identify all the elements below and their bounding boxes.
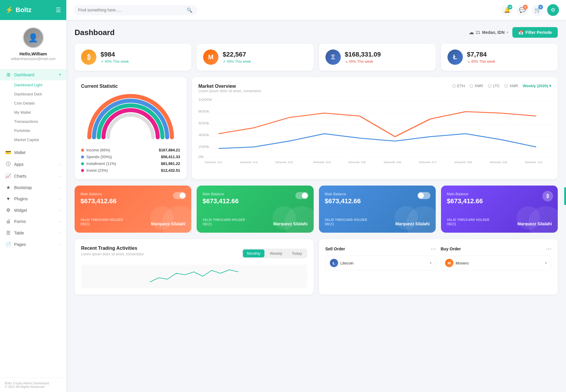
trading-title: Recent Trading Activities xyxy=(81,246,144,251)
crypto-cards-row: ₿ $984 ↗ 45% This week M $22,567 ↗ 45% xyxy=(75,44,558,71)
search-input[interactable] xyxy=(78,8,184,12)
location-chevron: ▾ xyxy=(506,30,508,34)
balance-cards-row: Main Balance $673,412.66 VALID THRUCARD … xyxy=(75,186,558,233)
sidebar-item-market-capital[interactable]: Market Capital xyxy=(0,135,66,144)
sell-order-dots[interactable]: ⋯ xyxy=(431,246,436,252)
balance-toggle-green[interactable] xyxy=(295,192,308,199)
weather-temp: 21 xyxy=(476,30,481,35)
market-header: Market Overview Lorem ipsum dolor sit am… xyxy=(198,84,551,93)
cart-button[interactable]: 🛒 2 xyxy=(532,4,544,16)
sidebar-item-charts[interactable]: 📈 Charts › xyxy=(0,170,66,182)
sell-chevron-icon: ▾ xyxy=(430,261,432,265)
svg-text:Week 06: Week 06 xyxy=(384,161,401,164)
sell-coin-select[interactable]: Ł Litecoin ▾ xyxy=(325,256,436,270)
sidebar-item-forms[interactable]: 🖨 Forms › xyxy=(0,216,66,227)
sidebar-item-dashboard[interactable]: ⊞ Dashboard ▾ xyxy=(0,69,66,80)
nav-section-dashboard: ⊞ Dashboard ▾ Dashboard Light Dashboard … xyxy=(0,68,66,145)
sidebar-item-portofolio[interactable]: Portofolio xyxy=(0,126,66,135)
messages-button[interactable]: 💬 5 xyxy=(516,4,528,16)
filter-eth[interactable]: ETH xyxy=(452,84,465,88)
litecoin-select-icon: Ł xyxy=(330,259,338,267)
balance-label-purple: Main Balance xyxy=(447,192,552,196)
search-bar[interactable]: 🔍 xyxy=(73,5,197,15)
sidebar-item-wallet[interactable]: 💳 Wallet xyxy=(0,147,66,158)
market-period-selector[interactable]: Weekly (2020) ▾ xyxy=(523,84,551,88)
balance-date-blue: 08/21 xyxy=(325,222,335,226)
installment-value: $81,981.22 xyxy=(161,161,180,166)
buy-order-dots[interactable]: ⋯ xyxy=(546,246,551,252)
sell-order-section: Sell Order ⋯ Ł Litecoin ▾ xyxy=(325,246,436,288)
balance-name-blue: Marquezz Silalahi xyxy=(395,221,430,226)
balance-date-purple: 08/21 xyxy=(447,222,457,226)
search-icon: 🔍 xyxy=(187,7,192,13)
sidebar-item-plugins[interactable]: ♥ Plugins › xyxy=(0,193,66,204)
sidebar-item-apps[interactable]: ⓘ Apps › xyxy=(0,158,66,170)
installment-label: Installment (11%) xyxy=(86,161,116,166)
sidebar-charts-label: Charts xyxy=(14,174,26,178)
svg-text:Week 04: Week 04 xyxy=(313,161,331,164)
spends-label: Spends (50%)) xyxy=(86,155,112,159)
sidebar-item-bootstrap[interactable]: ★ Bootstrap › xyxy=(0,182,66,193)
filter-xmr[interactable]: XMR xyxy=(470,84,483,88)
apps-icon: ⓘ xyxy=(5,161,11,167)
tab-monthly[interactable]: Monthly xyxy=(243,249,265,257)
page-content: Dashboard ☁ 21 Medan, IDN ▾ 📅 Filter Per… xyxy=(66,20,566,392)
spends-dot xyxy=(81,156,84,158)
buy-coin-select[interactable]: M Monero ▾ xyxy=(441,256,551,270)
period-label: Weekly (2020) xyxy=(523,84,548,88)
balance-toggle-blue[interactable] xyxy=(417,192,430,199)
sidebar-widget-label: Widget xyxy=(14,208,27,213)
balance-date-green: 08/21 xyxy=(203,222,212,226)
bitcoin-icon: ₿ xyxy=(81,49,96,65)
litecoin-change-pct: 45% xyxy=(471,59,478,64)
tab-weekly[interactable]: Weekly xyxy=(266,249,286,257)
notifications-button[interactable]: 🔔 12 xyxy=(501,4,513,16)
market-subtitle: Lorem ipsum dolor sit amet, consectetur xyxy=(198,89,261,93)
buy-order-title: Buy Order xyxy=(441,247,461,251)
balance-toggle-orange[interactable] xyxy=(173,192,186,199)
scroll-indicator xyxy=(564,187,566,205)
svg-text:Week 07: Week 07 xyxy=(419,161,437,164)
sidebar-item-label: Dashboard xyxy=(14,72,34,77)
sidebar-item-dashboard-light[interactable]: Dashboard Light xyxy=(0,80,66,90)
svg-text:Week 02: Week 02 xyxy=(240,161,258,164)
sidebar-item-pages[interactable]: 📄 Pages › xyxy=(0,239,66,250)
trading-chart-placeholder xyxy=(81,264,307,288)
ethereum-price: $168,331.09 xyxy=(345,51,381,58)
sidebar-item-widget[interactable]: ⚙ Widget › xyxy=(0,204,66,216)
filter-xmr2[interactable]: XMR xyxy=(504,84,518,88)
sidebar-apps-label: Apps xyxy=(14,162,24,167)
monero-select-icon: M xyxy=(445,259,453,267)
recent-trading-card: Recent Trading Activities Lorem ipsum do… xyxy=(75,239,314,295)
sidebar-item-coin-details[interactable]: Coin Details xyxy=(0,99,66,108)
svg-text:1000k: 1000k xyxy=(198,98,213,101)
sidebar-item-my-wallet[interactable]: My Wallet xyxy=(0,108,66,117)
filter-periode-button[interactable]: 📅 Filter Periode xyxy=(512,27,558,38)
tab-today[interactable]: Today xyxy=(288,249,306,257)
litecoin-icon: Ł xyxy=(447,49,463,65)
balance-card-blue: Main Balance $673,412.66 VALID THRUCARD … xyxy=(319,186,436,233)
bitcoin-period: This week xyxy=(113,59,129,64)
arrow-down-icon2: ↘ xyxy=(467,59,470,64)
filter-ltc[interactable]: LTC xyxy=(488,84,500,88)
sidebar-plugins-label: Plugins xyxy=(14,196,28,201)
main-area: 🔍 🔔 12 💬 5 🛒 2 ⚙ Dashboard xyxy=(66,0,566,392)
radio-xmr xyxy=(470,84,473,88)
svg-text:Week 10: Week 10 xyxy=(525,161,542,164)
bitcoin-change: ↗ 45% This week xyxy=(101,59,129,64)
sidebar-item-dashboard-dark[interactable]: Dashboard Dark xyxy=(0,90,66,99)
chevron-right-icon8: › xyxy=(60,243,61,246)
sidebar-item-table[interactable]: ☰ Table › xyxy=(0,227,66,239)
settings-button[interactable]: ⚙ xyxy=(547,4,559,16)
svg-text:200k: 200k xyxy=(198,145,210,148)
plugins-icon: ♥ xyxy=(5,196,11,201)
hamburger-icon[interactable]: ☰ xyxy=(56,6,61,14)
bitcoin-change-pct: 45% xyxy=(105,59,112,64)
sidebar-item-transactions[interactable]: Tranasactions xyxy=(0,117,66,126)
market-filters: ETH XMR LTC xyxy=(452,84,518,88)
user-profile: 👤 Hello,William williamfrancisson@mail.c… xyxy=(0,20,66,66)
sidebar-header: ⚡ Boltz ☰ xyxy=(0,0,66,20)
avatar-image: 👤 xyxy=(24,28,43,47)
widget-icon: ⚙ xyxy=(5,207,11,213)
trading-tabs: Monthly Weekly Today xyxy=(242,249,307,258)
